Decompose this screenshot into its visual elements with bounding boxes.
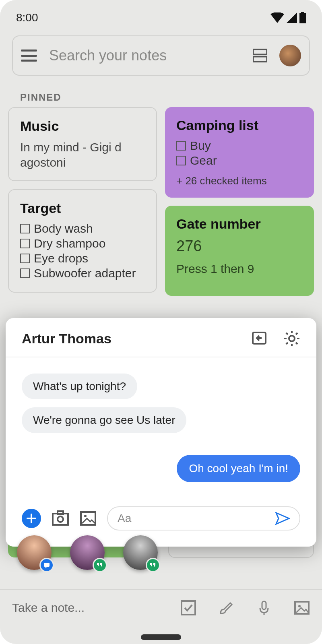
search-bar[interactable]: Search your notes	[12, 35, 310, 76]
account-avatar[interactable]	[279, 45, 301, 66]
note-music[interactable]: Music In my mind - Gigi d agostoni	[8, 107, 157, 181]
cellular-icon	[287, 12, 297, 23]
checklist-item: Eye drops	[34, 252, 88, 265]
battery-icon	[299, 12, 306, 23]
note-body: In my mind - Gigi d agostoni	[20, 140, 145, 170]
checklist-item: Dry shampoo	[34, 237, 105, 250]
message-incoming: We're gonna go see Us later	[22, 407, 186, 433]
svg-line-15	[296, 343, 297, 344]
message-outgoing: Oh cool yeah I'm in!	[177, 455, 300, 482]
notes-grid: Music In my mind - Gigi d agostoni Targe…	[0, 107, 322, 296]
checklist-item: Body wash	[34, 222, 93, 235]
attach-button[interactable]	[22, 509, 41, 528]
chat-messages: What's up tonight? We're gonna go see Us…	[6, 357, 316, 490]
clock: 8:00	[16, 11, 38, 24]
svg-rect-1	[301, 12, 304, 14]
menu-icon[interactable]	[21, 50, 37, 62]
note-title: Target	[20, 200, 145, 216]
plus-icon	[26, 513, 37, 524]
note-title: Gate number	[176, 216, 303, 232]
wifi-icon	[270, 12, 284, 23]
note-title: Music	[20, 118, 145, 134]
svg-rect-0	[299, 13, 306, 23]
note-title: Camping list	[176, 118, 303, 133]
send-icon[interactable]	[275, 512, 290, 525]
svg-point-20	[58, 516, 63, 522]
chat-input-placeholder: Aa	[118, 512, 275, 525]
svg-rect-18	[53, 514, 68, 525]
chat-head[interactable]	[123, 535, 158, 570]
svg-point-7	[298, 605, 301, 607]
svg-rect-5	[262, 601, 266, 609]
hangouts-badge-icon	[93, 558, 107, 572]
checkbox-icon	[20, 268, 30, 278]
svg-point-9	[289, 336, 295, 341]
note-gate[interactable]: Gate number 276 Press 1 then 9	[165, 206, 314, 296]
gallery-icon[interactable]	[80, 510, 97, 526]
chat-input-row: Aa	[6, 490, 316, 530]
checklist-item: Buy	[190, 139, 211, 153]
gear-icon[interactable]	[283, 330, 300, 347]
svg-rect-3	[253, 57, 267, 62]
chat-contact-name: Artur Thomas	[22, 331, 251, 347]
svg-rect-2	[253, 50, 267, 55]
camera-icon[interactable]	[52, 510, 69, 526]
chat-heads	[17, 535, 158, 570]
svg-rect-23	[44, 563, 50, 567]
checkbox-icon	[20, 239, 30, 248]
chat-text-input[interactable]: Aa	[107, 506, 300, 530]
gate-number: 276	[176, 237, 303, 255]
checkbox-icon	[176, 141, 186, 151]
nav-pill[interactable]	[141, 634, 181, 640]
checkbox-icon	[176, 156, 186, 165]
svg-point-22	[84, 515, 87, 517]
checklist-item: Subwoofer adapter	[34, 266, 136, 280]
message-incoming: What's up tonight?	[22, 374, 137, 399]
chat-head[interactable]	[70, 535, 105, 570]
chat-head[interactable]	[17, 535, 52, 570]
messages-badge-icon	[39, 558, 54, 572]
chat-bubble-panel: Artur Thomas What's up tonight? We're go…	[6, 318, 316, 547]
checklist-icon[interactable]	[180, 600, 196, 616]
gate-note: Press 1 then 9	[176, 262, 303, 276]
checklist-item: Gear	[190, 154, 217, 167]
brush-icon[interactable]	[218, 600, 234, 616]
search-placeholder: Search your notes	[49, 47, 241, 64]
chat-header: Artur Thomas	[6, 318, 316, 357]
svg-rect-4	[182, 601, 195, 615]
status-bar: 8:00	[0, 0, 322, 24]
collapse-icon[interactable]	[251, 330, 267, 346]
hangouts-badge-icon	[146, 558, 160, 572]
bottom-toolbar: Take a note...	[0, 589, 322, 625]
svg-line-14	[286, 333, 288, 334]
mic-icon[interactable]	[256, 600, 272, 616]
note-camping[interactable]: Camping list Buy Gear + 26 checked items	[165, 107, 314, 198]
svg-line-17	[286, 343, 288, 344]
section-header-pinned: PINNED	[20, 92, 322, 103]
take-note-input[interactable]: Take a note...	[12, 601, 180, 615]
view-toggle-icon[interactable]	[253, 48, 267, 63]
image-icon[interactable]	[294, 600, 310, 616]
checked-items-summary: + 26 checked items	[176, 175, 303, 187]
checkbox-icon	[20, 224, 30, 233]
note-target[interactable]: Target Body wash Dry shampoo Eye drops S…	[8, 189, 157, 293]
svg-line-16	[296, 333, 297, 334]
checkbox-icon	[20, 254, 30, 263]
